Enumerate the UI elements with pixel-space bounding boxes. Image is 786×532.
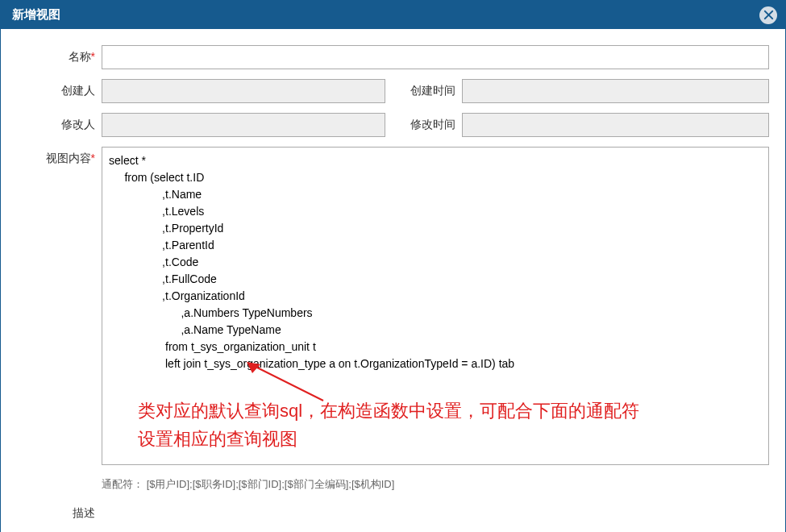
form-row-name: 名称* [17, 45, 769, 69]
name-label: 名称* [17, 45, 102, 64]
modify-time-input[interactable] [462, 113, 770, 137]
name-input[interactable] [102, 45, 769, 69]
wildcard-label: 通配符： [102, 478, 143, 490]
modal-body: 名称* 创建人 创建时间 修改人 修改时间 视图内容* [1, 29, 785, 532]
creator-label: 创建人 [17, 79, 102, 103]
wildcard-text: [$用户ID];[$职务ID];[$部门ID];[$部门全编码];[$机构ID] [147, 478, 395, 490]
content-label: 视图内容* [17, 147, 102, 166]
form-row-desc: 描述 [17, 501, 769, 521]
form-row-modifier: 修改人 修改时间 [17, 113, 769, 137]
create-time-input[interactable] [462, 79, 770, 103]
modifier-input[interactable] [102, 113, 385, 137]
wildcard-helper: 通配符： [$用户ID];[$职务ID];[$部门ID];[$部门全编码];[$… [102, 477, 769, 492]
desc-label: 描述 [17, 501, 102, 521]
modifier-label: 修改人 [17, 113, 102, 137]
create-time-label: 创建时间 [401, 79, 462, 103]
modal-dialog: 新增视图 名称* 创建人 创建时间 修改人 修改时间 [0, 0, 786, 532]
creator-input[interactable] [102, 79, 385, 103]
modify-time-label: 修改时间 [401, 113, 462, 137]
form-row-creator: 创建人 创建时间 [17, 79, 769, 103]
modal-title: 新增视图 [12, 7, 60, 21]
modal-header: 新增视图 [1, 1, 785, 29]
content-textarea[interactable] [102, 147, 769, 465]
form-row-content: 视图内容* 类对应的默认查询sql，在构造函数中设置，可配合下面的通配符 设置相… [17, 147, 769, 468]
close-icon[interactable] [759, 6, 777, 24]
